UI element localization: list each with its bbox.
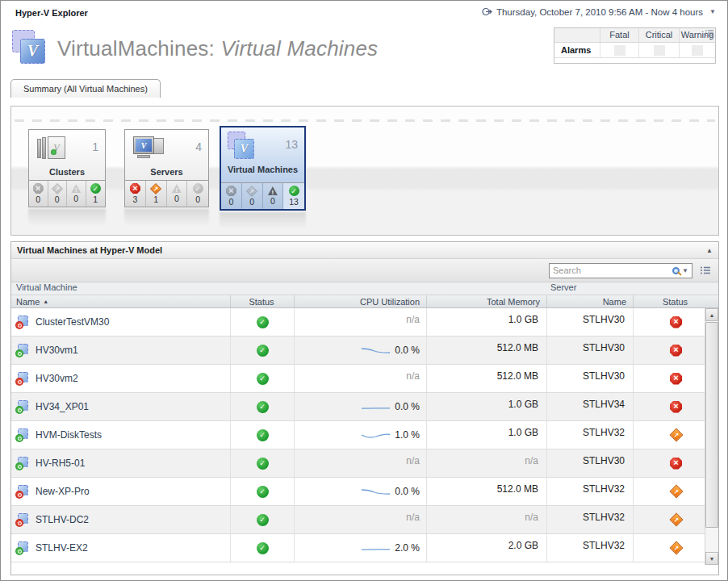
table-customizer-icon[interactable] [700,265,711,275]
tile-status-warning[interactable]: 0 [167,181,188,207]
alarms-critical-cell[interactable] [638,43,679,57]
fatal-status-icon [670,401,682,413]
virtual-machines-icon: V [12,30,51,67]
column-header-status[interactable]: Status [231,295,295,307]
normal-status-icon [257,429,269,441]
column-header-cpu-utilization[interactable]: CPU Utilization [295,295,427,307]
tile-status-critical[interactable]: 0 [242,183,263,209]
total-memory-cell: n/a [427,506,547,533]
vm-name-cell: STLHV-DC2 [11,506,231,533]
tile-status-fatal[interactable]: 0 [29,181,48,207]
vm-icon [16,344,30,357]
table-row[interactable]: HV34_XP01 0.0 % 1.0 GB STLHV34 [11,393,718,421]
tile-status-warning[interactable]: 0 [263,183,284,209]
table-row[interactable]: New-XP-Pro 0.0 % 512.0 MB STLHV32 [11,478,718,506]
cpu-value: 1.0 % [395,429,420,441]
tile-virtual-machines[interactable]: V 13 Virtual Machines 00013 [220,126,306,211]
table-row[interactable]: STLHV-DC2 n/a n/a STLHV32 [11,506,718,534]
search-input[interactable] [553,265,670,275]
table-toolbar: ▼ [11,259,718,282]
vm-name-cell: HV-RH5-01 [11,449,231,477]
vm-icon [16,316,30,328]
tab-summary-all-virtual-machines[interactable]: Summary (All Virtual Machines) [10,79,161,98]
vm-icon [16,400,30,413]
tile-status-count: 0 [195,194,200,204]
tile-status-count: 0 [270,196,275,206]
tile-status-warning[interactable]: 0 [67,181,86,207]
vertical-scrollbar[interactable]: ▲ ▼ [705,308,718,565]
tile-clusters[interactable]: V 1 Clusters 0001 [28,129,106,207]
column-header-total-memory[interactable]: Total Memory [427,295,547,307]
column-header-name[interactable]: Name▲ [11,295,231,307]
column-header-server-name[interactable]: Name [547,295,634,307]
vm-name: New-XP-Pro [36,486,90,497]
vm-table-panel: Virtual Machines at Hyper-V Model ▲ ▼ Vi… [10,241,719,575]
vm-power-badge-icon [15,491,23,499]
cpu-value: 0.0 % [395,486,420,497]
cpu-sparkline [361,430,391,441]
server-name-cell: STLHV32 [547,421,634,449]
time-range-selector[interactable]: Thursday, October 7, 2010 9:56 AM - Now … [482,6,716,17]
server-name-cell: STLHV30 [547,336,634,364]
vm-status-cell [231,308,295,336]
tile-status-normal[interactable]: 13 [283,183,304,209]
table-row[interactable]: HVM-DiskTests 1.0 % 1.0 GB STLHV32 [11,421,718,449]
tile-status-count: 0 [55,194,60,204]
vm-status-cell [231,534,295,562]
table-row[interactable]: ClusterTestVM30 n/a 1.0 GB STLHV30 [11,308,718,336]
critical-status-icon [669,428,683,442]
normal-status-icon [257,458,269,470]
vm-power-badge-icon [15,519,23,527]
search-icon[interactable] [672,267,680,274]
group-server: Server [547,282,718,295]
alarms-fatal-cell[interactable] [600,43,638,57]
normal-status-icon [193,183,203,194]
cpu-sparkline [361,345,391,356]
tile-count: 4 [195,140,202,153]
app-title: Hyper-V Explorer [15,8,88,18]
server-name-cell: STLHV30 [547,365,634,392]
fatal-status-icon [670,458,682,470]
panel-collapse-icon[interactable]: ▲ [706,247,713,254]
vm-power-badge-icon [15,349,23,357]
search-options-caret-icon[interactable]: ▼ [682,267,688,274]
tile-status-normal[interactable]: 0 [187,181,208,207]
vm-name: STLHV-EX2 [36,542,88,554]
tile-status-critical[interactable]: 0 [48,181,68,207]
vm-name-cell: New-XP-Pro [11,478,231,505]
vm-power-badge-icon [15,321,23,329]
tile-reflection [28,209,106,225]
alarms-warning-cell[interactable] [679,43,715,57]
alarms-col-fatal: Fatal [600,28,638,42]
tile-status-fatal[interactable]: 0 [221,183,242,209]
tile-servers[interactable]: V 4 Servers 3100 [124,129,209,207]
cpu-utilization-cell: n/a [295,506,427,533]
time-range-caret-icon: ▼ [709,8,716,15]
tile-status-count: 0 [228,197,233,207]
scroll-down-button[interactable]: ▼ [705,552,718,565]
search-box[interactable]: ▼ [549,263,692,278]
tile-status-fatal[interactable]: 3 [125,181,146,207]
table-row[interactable]: HV30vm2 n/a 512.0 MB STLHV30 [11,365,718,393]
table-row[interactable]: HV30vm1 0.0 % 512.0 MB STLHV30 [11,336,718,365]
table-row[interactable]: HV-RH5-01 n/a n/a STLHV30 [11,449,718,478]
scrollbar-thumb[interactable] [705,322,718,528]
server-name-cell: STLHV32 [547,478,634,505]
column-header-server-status[interactable]: Status [634,295,718,307]
server-name-cell: STLHV32 [547,534,634,562]
vm-name-cell: HV30vm1 [11,336,231,364]
tile-status-normal[interactable]: 1 [86,181,106,207]
cpu-utilization-cell: n/a [295,449,427,477]
total-memory-cell: 1.0 GB [427,393,547,420]
hyper-v-explorer-window: Hyper-V Explorer Thursday, October 7, 20… [0,0,728,581]
tile-count: 13 [285,138,298,151]
alarms-customizer-icon[interactable] [705,29,714,37]
vm-status-cell [231,393,295,420]
server-name-cell: STLHV30 [547,308,634,336]
vm-status-cell [231,449,295,477]
tile-status-count: 0 [73,194,78,203]
table-row[interactable]: STLHV-EX2 2.0 % 2.0 GB STLHV32 [11,534,718,562]
vm-icon [16,513,30,526]
scroll-up-button[interactable]: ▲ [705,308,718,321]
tile-status-critical[interactable]: 1 [146,181,167,207]
